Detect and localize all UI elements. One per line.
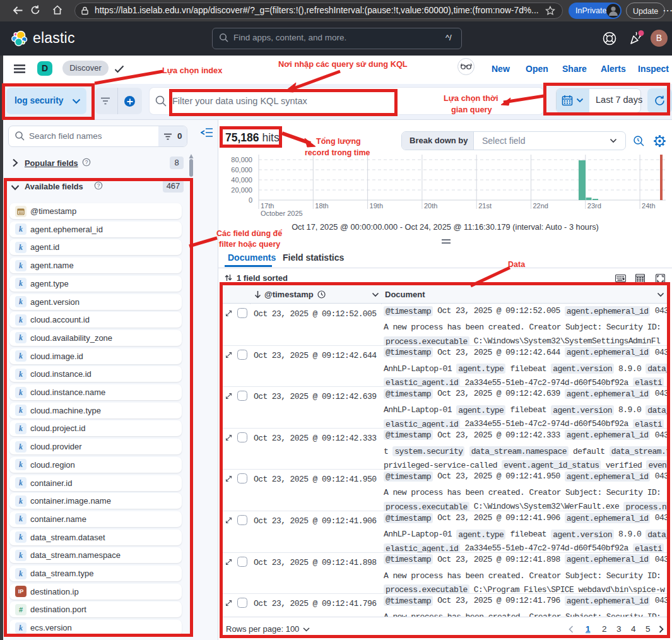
svg-text:80,000: 80,000 [231,156,252,163]
svg-text:20th: 20th [424,202,437,210]
svg-text:22nd: 22nd [533,202,548,210]
svg-text:60,000: 60,000 [231,166,252,174]
svg-text:October 2025: October 2025 [261,210,303,217]
svg-text:0: 0 [249,196,252,204]
svg-text:20,000: 20,000 [231,186,252,194]
svg-text:23rd: 23rd [587,202,601,210]
svg-text:24th: 24th [642,202,655,210]
svg-text:40,000: 40,000 [231,176,252,184]
svg-text:18th: 18th [315,202,328,210]
svg-text:21st: 21st [478,202,492,210]
svg-text:19th: 19th [370,202,383,210]
svg-text:17th: 17th [261,202,274,210]
svg-text:?: ? [85,159,88,165]
